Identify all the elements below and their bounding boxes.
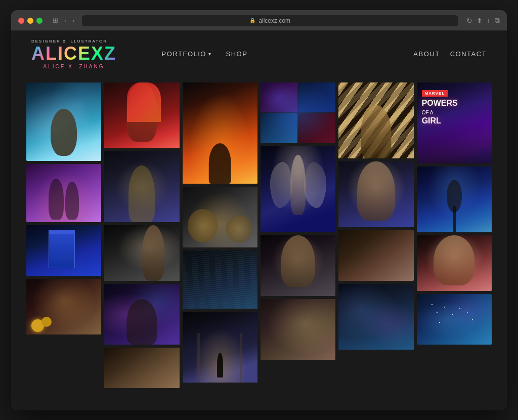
new-tab-button[interactable]: + bbox=[487, 17, 491, 25]
portfolio-dropdown-icon: ▾ bbox=[208, 51, 212, 57]
marvel-logo: MARVEL bbox=[422, 90, 448, 97]
gallery-item[interactable] bbox=[261, 299, 335, 360]
url-text: alicexz.com bbox=[258, 17, 290, 24]
gallery-col-6: MARVEL POWERSOF AGIRL bbox=[417, 82, 492, 388]
gallery-item[interactable] bbox=[417, 294, 492, 345]
browser-chrome: ⊞ ‹ › 🔒 alicexz.com ↻ ⬆ + ⧉ bbox=[11, 10, 507, 31]
powers-title: POWERSOF AGIRL bbox=[422, 99, 487, 125]
site-content: DESIGNER & ILLUSTRATOR ALICEXZ ALICE X. … bbox=[11, 31, 507, 410]
gallery-item[interactable] bbox=[183, 312, 257, 383]
browser-actions: ↻ ⬆ + ⧉ bbox=[466, 16, 500, 25]
gallery-item[interactable] bbox=[261, 235, 335, 296]
gallery-col-3 bbox=[183, 82, 257, 388]
gallery-col-5 bbox=[338, 82, 413, 388]
traffic-lights bbox=[18, 18, 42, 24]
nav-right: About Contact bbox=[413, 50, 487, 58]
lock-icon: 🔒 bbox=[249, 18, 255, 23]
forward-button[interactable]: › bbox=[70, 16, 76, 25]
gallery-item[interactable] bbox=[261, 146, 335, 232]
gallery-item[interactable] bbox=[417, 166, 492, 232]
gallery-item[interactable] bbox=[338, 284, 413, 350]
browser-controls: ⊞ ‹ › bbox=[51, 16, 77, 25]
gallery-item[interactable] bbox=[338, 161, 413, 227]
reload-button[interactable]: ↻ bbox=[466, 17, 472, 25]
back-button[interactable]: ‹ bbox=[62, 16, 68, 25]
gallery-item[interactable] bbox=[338, 82, 413, 158]
address-bar[interactable]: 🔒 alicexz.com bbox=[82, 15, 458, 26]
gallery-item[interactable] bbox=[104, 284, 179, 345]
gallery-item[interactable] bbox=[104, 82, 179, 148]
gallery: MARVEL POWERSOF AGIRL bbox=[11, 77, 507, 398]
site-nav: PORTFOLIO ▾ SHOP About Contact bbox=[162, 50, 487, 58]
logo-area: DESIGNER & ILLUSTRATOR ALICEXZ ALICE X. … bbox=[31, 39, 116, 69]
sidebar-toggle-button[interactable]: ⊞ bbox=[51, 16, 60, 25]
browser-window: ⊞ ‹ › 🔒 alicexz.com ↻ ⬆ + ⧉ DESIGNER & I… bbox=[11, 10, 507, 410]
nav-portfolio-label: PORTFOLIO bbox=[162, 50, 206, 58]
gallery-item[interactable] bbox=[338, 230, 413, 281]
gallery-item[interactable]: MARVEL POWERSOF AGIRL bbox=[417, 82, 492, 163]
gallery-item[interactable] bbox=[104, 151, 179, 222]
logo-name: ALICE X. ZHANG bbox=[31, 64, 116, 69]
gallery-item[interactable] bbox=[26, 164, 101, 222]
gallery-col-1 bbox=[26, 82, 101, 388]
share-button[interactable]: ⬆ bbox=[477, 17, 483, 25]
logo-main[interactable]: ALICEXZ bbox=[31, 45, 116, 63]
gallery-item[interactable] bbox=[104, 348, 179, 388]
maximize-button[interactable] bbox=[36, 18, 42, 24]
gallery-item[interactable] bbox=[26, 225, 101, 276]
tabs-button[interactable]: ⧉ bbox=[495, 16, 500, 25]
nav-portfolio-link[interactable]: PORTFOLIO ▾ bbox=[162, 50, 212, 58]
gallery-item[interactable] bbox=[26, 82, 101, 161]
minimize-button[interactable] bbox=[27, 18, 33, 24]
gallery-item[interactable] bbox=[104, 225, 179, 281]
gallery-item[interactable] bbox=[183, 82, 257, 184]
nav-contact-link[interactable]: Contact bbox=[450, 50, 487, 58]
gallery-item[interactable] bbox=[26, 279, 101, 334]
gallery-item[interactable] bbox=[261, 82, 335, 143]
gallery-col-2 bbox=[104, 82, 179, 388]
close-button[interactable] bbox=[18, 18, 24, 24]
nav-left: PORTFOLIO ▾ SHOP bbox=[162, 50, 248, 58]
nav-shop-link[interactable]: SHOP bbox=[226, 50, 247, 58]
gallery-col-4 bbox=[261, 82, 335, 388]
gallery-item[interactable] bbox=[183, 250, 257, 309]
gallery-item[interactable] bbox=[183, 187, 257, 247]
nav-about-link[interactable]: About bbox=[413, 50, 440, 58]
site-header: DESIGNER & ILLUSTRATOR ALICEXZ ALICE X. … bbox=[11, 31, 507, 77]
gallery-item[interactable] bbox=[417, 235, 492, 291]
